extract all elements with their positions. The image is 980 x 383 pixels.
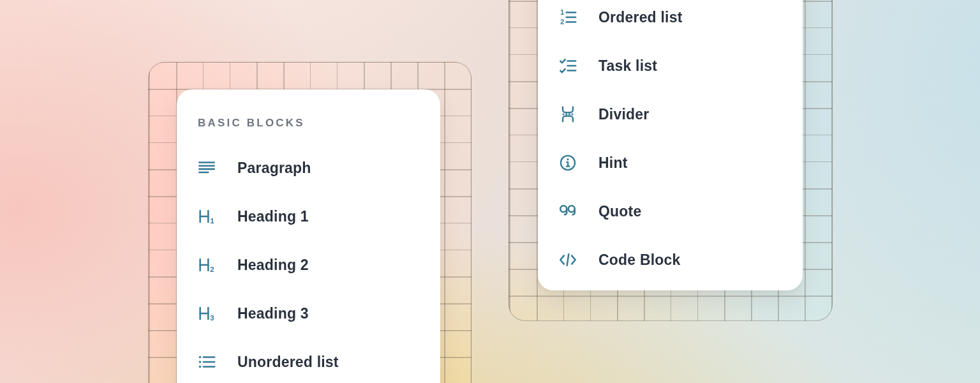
ordered-list-icon: 12	[558, 8, 577, 27]
menu-item-label: Divider	[598, 106, 649, 123]
menu-item-label: Hint	[598, 154, 628, 172]
menu-item-label: Task list	[598, 57, 657, 75]
menu-item-divider[interactable]: Divider	[538, 90, 803, 139]
basic-blocks-header: BASIC BLOCKS	[198, 117, 440, 129]
code-block-icon	[558, 250, 577, 269]
menu-item-label: Heading 3	[237, 305, 309, 322]
svg-text:2: 2	[560, 18, 564, 26]
menu-item-heading-1[interactable]: 1Heading 1	[177, 192, 440, 241]
divider-icon	[558, 105, 577, 124]
task-list-icon	[558, 56, 577, 75]
hint-icon	[558, 153, 577, 172]
menu-item-ordered-list[interactable]: 12Ordered list	[538, 0, 803, 41]
menu-item-label: Code Block	[598, 252, 681, 269]
menu-item-quote[interactable]: Quote	[538, 187, 803, 236]
paragraph-icon	[197, 158, 216, 177]
menu-item-task-list[interactable]: Task list	[538, 41, 803, 90]
menu-item-unordered-list[interactable]: Unordered list	[177, 338, 440, 383]
menu-item-paragraph[interactable]: Paragraph	[177, 144, 440, 192]
menu-item-hint[interactable]: Hint	[538, 139, 803, 187]
menu-item-label: Unordered list	[237, 354, 339, 371]
quote-icon	[558, 202, 577, 221]
menu-item-label: Heading 2	[237, 257, 309, 274]
menu-item-label: Quote	[598, 203, 641, 220]
menu-item-label: Paragraph	[237, 160, 311, 177]
basic-blocks-menu-panel: BASIC BLOCKS Paragraph1Heading 12Heading…	[177, 89, 440, 383]
heading-2-icon: 2	[197, 255, 216, 274]
basic-blocks-list: Paragraph1Heading 12Heading 23Heading 3U…	[177, 144, 440, 383]
menu-item-label: Ordered list	[598, 9, 683, 26]
more-blocks-menu-panel: 12Ordered listTask listDividerHintQuoteC…	[538, 0, 803, 290]
svg-text:1: 1	[210, 216, 214, 225]
menu-item-heading-2[interactable]: 2Heading 2	[177, 241, 440, 289]
menu-item-code-block[interactable]: Code Block	[538, 236, 803, 284]
heading-1-icon: 1	[197, 207, 216, 226]
svg-text:1: 1	[560, 8, 564, 16]
more-blocks-list: 12Ordered listTask listDividerHintQuoteC…	[538, 0, 803, 284]
menu-item-label: Heading 1	[237, 208, 309, 225]
svg-text:3: 3	[210, 313, 214, 322]
heading-3-icon: 3	[197, 304, 216, 323]
menu-item-heading-3[interactable]: 3Heading 3	[177, 289, 440, 338]
svg-text:2: 2	[210, 265, 214, 273]
unordered-list-icon	[197, 352, 216, 372]
